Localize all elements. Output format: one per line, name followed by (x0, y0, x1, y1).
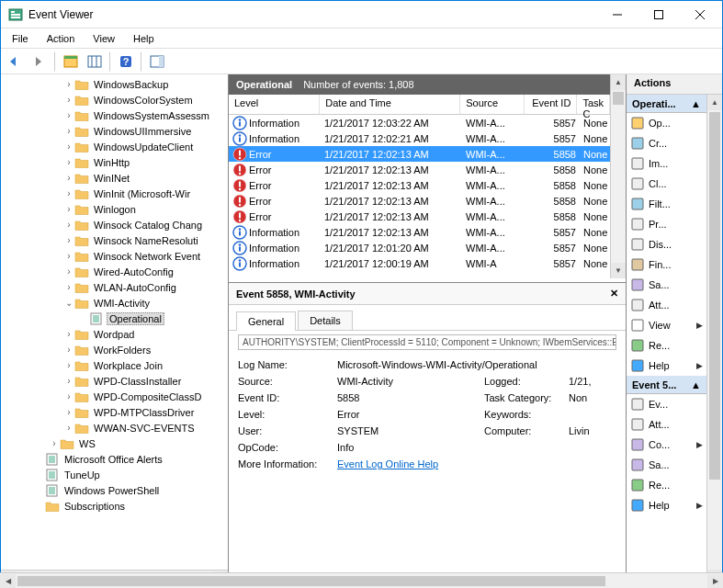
action-item[interactable]: View▶ (627, 315, 706, 335)
tree-node[interactable]: Microsoft Office Alerts (1, 451, 228, 467)
tree-node[interactable]: ›WS (1, 435, 228, 451)
tree-node[interactable]: ›Winsock NameResoluti (1, 232, 228, 248)
tree-node[interactable]: ›WWAN-SVC-EVENTS (1, 420, 228, 435)
tree-node[interactable]: ›WinHttp (1, 154, 228, 170)
tree-node[interactable]: ›WindowsUIImmersive (1, 123, 228, 139)
tree-node[interactable]: ›Workplace Join (1, 357, 228, 373)
tree-node[interactable]: ›Winlogon (1, 201, 228, 217)
actions-vscrollbar[interactable]: ▲ ▼ (706, 95, 722, 585)
tree-node[interactable]: ›WindowsBackup (1, 76, 228, 92)
action-item[interactable]: Ev... (627, 394, 706, 414)
expand-icon[interactable]: › (63, 126, 74, 136)
table-row[interactable]: Error1/21/2017 12:02:13 AMWMI-A...5858No… (229, 177, 610, 193)
collapse-icon[interactable]: ⌄ (63, 298, 74, 308)
col-source[interactable]: Source (460, 95, 525, 114)
tree-node[interactable]: ›WinInit (Microsoft-Wir (1, 186, 228, 201)
expand-icon[interactable]: › (49, 438, 60, 448)
forward-button[interactable] (28, 51, 51, 72)
expand-icon[interactable]: › (63, 329, 74, 339)
tree-node[interactable]: ›WinINet (1, 170, 228, 186)
action-item[interactable]: Att... (627, 295, 706, 315)
expand-icon[interactable]: › (63, 141, 74, 152)
expand-icon[interactable]: › (63, 251, 74, 261)
table-row[interactable]: Information1/21/2017 12:02:21 AMWMI-A...… (229, 130, 610, 146)
action-item[interactable]: Re... (627, 335, 706, 356)
action-item[interactable]: Att... (627, 414, 706, 435)
tree-node[interactable]: ⌄WMI-Activity (1, 295, 228, 311)
expand-icon[interactable]: › (63, 95, 74, 105)
collapse-icon[interactable]: ▲ (691, 379, 701, 390)
expand-icon[interactable]: › (63, 266, 74, 277)
col-level[interactable]: Level (229, 95, 320, 114)
table-row[interactable]: Error1/21/2017 12:02:13 AMWMI-A...5858No… (229, 193, 610, 209)
close-button[interactable] (679, 2, 720, 28)
details-close-button[interactable]: ✕ (610, 288, 618, 300)
action-item[interactable]: Sa... (627, 275, 706, 295)
action-item[interactable]: Sa... (627, 455, 706, 475)
collapse-icon[interactable]: ▲ (691, 98, 701, 109)
col-eventid[interactable]: Event ID (525, 95, 578, 114)
moreinfo-link[interactable]: Event Log Online Help (337, 458, 624, 469)
action-item[interactable]: Cr... (627, 133, 706, 153)
maximize-button[interactable] (638, 2, 679, 28)
action-item[interactable]: Dis... (627, 234, 706, 254)
expand-icon[interactable]: › (63, 110, 74, 120)
menu-action[interactable]: Action (40, 31, 83, 46)
expand-icon[interactable]: › (63, 407, 74, 417)
expand-icon[interactable]: › (63, 376, 74, 386)
expand-icon[interactable]: › (63, 157, 74, 167)
tree-node[interactable]: ›Wordpad (1, 326, 228, 342)
scroll-left-icon[interactable]: ◀ (0, 574, 16, 588)
tree-node[interactable]: ›Wired-AutoConfig (1, 264, 228, 279)
menu-help[interactable]: Help (126, 31, 162, 46)
expand-icon[interactable]: › (63, 391, 74, 401)
tree-node[interactable]: ›Winsock Catalog Chang (1, 217, 228, 232)
table-row[interactable]: Information1/21/2017 12:02:13 AMWMI-A...… (229, 224, 610, 240)
tree-node[interactable]: ›WLAN-AutoConfig (1, 279, 228, 295)
action-item[interactable]: Co...▶ (627, 435, 706, 455)
scroll-up-icon[interactable]: ▲ (707, 95, 722, 110)
table-row[interactable]: Error1/21/2017 12:02:13 AMWMI-A...5858No… (229, 162, 610, 177)
tree-node[interactable]: ›WPD-ClassInstaller (1, 373, 228, 389)
expand-icon[interactable]: › (63, 345, 74, 355)
expand-icon[interactable]: › (63, 188, 74, 198)
tree-node[interactable]: ›WindowsSystemAssessm (1, 107, 228, 123)
expand-icon[interactable]: › (63, 235, 74, 245)
tree-node[interactable]: TuneUp (1, 467, 228, 482)
col-datetime[interactable]: Date and Time (320, 95, 460, 114)
table-row[interactable]: Error1/21/2017 12:02:13 AMWMI-A...5858No… (229, 209, 610, 224)
tree-node[interactable]: Windows PowerShell (1, 482, 228, 498)
help-button[interactable]: ? (115, 51, 137, 72)
list-vscrollbar[interactable]: ▲ ▼ (610, 74, 626, 278)
scroll-down-icon[interactable]: ▼ (611, 263, 626, 278)
table-row[interactable]: Error1/21/2017 12:02:13 AMWMI-A...5858No… (229, 146, 610, 162)
expand-icon[interactable]: › (63, 423, 74, 433)
action-item[interactable]: Op... (627, 113, 706, 133)
col-taskcat[interactable]: Task C (577, 95, 610, 114)
expand-icon[interactable]: › (63, 282, 74, 292)
actions-section-header[interactable]: Event 5...▲ (627, 376, 706, 394)
expand-icon[interactable]: › (63, 173, 74, 183)
actions-section-header[interactable]: Operati...▲ (627, 95, 706, 113)
action-item[interactable]: Filt... (627, 194, 706, 214)
action-item[interactable]: Fin... (627, 254, 706, 275)
table-row[interactable]: Information1/21/2017 12:00:19 AMWMI-A585… (229, 255, 610, 271)
tree-node[interactable]: ›Winsock Network Event (1, 248, 228, 264)
tree-node[interactable]: ›WindowsUpdateClient (1, 139, 228, 154)
table-row[interactable]: Information1/21/2017 12:01:20 AMWMI-A...… (229, 240, 610, 255)
menu-view[interactable]: View (85, 31, 122, 46)
expand-icon[interactable]: › (63, 220, 74, 230)
scroll-up-icon[interactable]: ▲ (611, 74, 626, 90)
tree-node[interactable]: Subscriptions (1, 498, 228, 514)
tree-node[interactable]: ›WorkFolders (1, 342, 228, 357)
tree-pane[interactable]: ›WindowsBackup›WindowsColorSystem›Window… (1, 74, 229, 585)
action-item[interactable]: Im... (627, 153, 706, 174)
action-item[interactable]: Help▶ (627, 495, 706, 515)
show-hide-tree-button[interactable] (60, 51, 82, 72)
expand-icon[interactable]: › (63, 204, 74, 214)
table-row[interactable]: Information1/21/2017 12:03:22 AMWMI-A...… (229, 115, 610, 130)
tab-general[interactable]: General (236, 311, 296, 331)
tree-node[interactable]: ›WPD-MTPClassDriver (1, 404, 228, 420)
expand-icon[interactable]: › (63, 79, 74, 89)
menu-file[interactable]: File (5, 31, 36, 46)
